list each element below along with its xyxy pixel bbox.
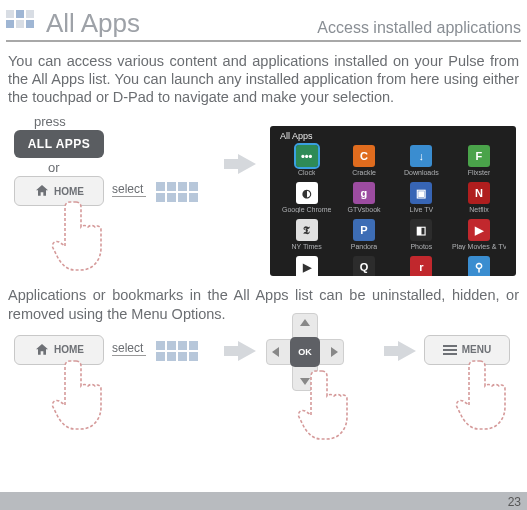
app-label: NY Times: [292, 243, 322, 250]
app-icon: ▶: [296, 256, 318, 276]
page-number: 23: [508, 495, 521, 509]
app-icon: ▣: [410, 182, 432, 204]
app-icon: ◧: [410, 219, 432, 241]
or-label: or: [48, 160, 60, 175]
home-button-label: HOME: [54, 344, 84, 355]
tv-app-item[interactable]: FFlixster: [452, 145, 506, 176]
menu-button-label: MENU: [462, 344, 491, 355]
app-icon: Q: [353, 256, 375, 276]
tv-app-item[interactable]: ▣Live TV: [395, 182, 448, 213]
tv-app-item[interactable]: 𝕿NY Times: [280, 219, 333, 250]
app-icon: g: [353, 182, 375, 204]
ok-button[interactable]: OK: [290, 337, 320, 367]
app-label: Live TV: [410, 206, 434, 213]
tv-app-item[interactable]: QQello: [337, 256, 390, 276]
app-icon: ▶: [468, 219, 490, 241]
press-label: press: [34, 114, 66, 129]
hand-pointer-icon: [454, 355, 514, 435]
tv-app-item[interactable]: ◧Photos: [395, 219, 448, 250]
app-label: Photos: [410, 243, 432, 250]
page-title: All Apps: [46, 8, 140, 39]
select-label: select: [112, 341, 146, 356]
hand-pointer-icon: [50, 196, 110, 276]
app-label: Play Movies & TV: [452, 243, 506, 250]
all-apps-button[interactable]: ALL APPS: [14, 130, 104, 158]
app-icon: N: [468, 182, 490, 204]
tv-apps-grid: •••ClockCCrackle↓DownloadsFFlixster◐Goog…: [270, 143, 516, 276]
grid-logo-icon: [6, 10, 40, 38]
page-subtitle: Access installed applications: [317, 19, 521, 37]
arrow-right-icon: [238, 341, 256, 361]
page-header: All Apps Access installed applications: [6, 6, 521, 42]
app-icon: •••: [296, 145, 318, 167]
app-icon: ↓: [410, 145, 432, 167]
tv-app-item[interactable]: rRedux TV: [395, 256, 448, 276]
tv-app-item[interactable]: ▶Play Store: [280, 256, 333, 276]
tv-app-item[interactable]: NNetflix: [452, 182, 506, 213]
dpad-up-icon[interactable]: [300, 319, 310, 326]
app-label: Clock: [298, 169, 316, 176]
app-label: Netflix: [469, 206, 488, 213]
home-icon: [34, 342, 50, 358]
app-label: Crackle: [352, 169, 376, 176]
tv-app-item[interactable]: gGTVsbook: [337, 182, 390, 213]
home-icon: [34, 183, 50, 199]
dpad-right-icon[interactable]: [331, 347, 338, 357]
app-label: Google Chrome: [282, 206, 331, 213]
menu-icon: [443, 345, 457, 355]
dpad-left-icon[interactable]: [272, 347, 279, 357]
arrow-right-icon: [238, 154, 256, 174]
menu-options-paragraph: Applications or bookmarks in the All App…: [8, 286, 519, 322]
app-icon: r: [410, 256, 432, 276]
tv-app-item[interactable]: ▶Play Movies & TV: [452, 219, 506, 250]
tv-app-item[interactable]: ⚲Search: [452, 256, 506, 276]
app-label: GTVsbook: [347, 206, 380, 213]
apps-grid-icon: [156, 182, 198, 202]
app-icon: ◐: [296, 182, 318, 204]
instruction-row-1: press ALL APPS or HOME select All Apps •…: [8, 114, 519, 286]
app-icon: ⚲: [468, 256, 490, 276]
hand-pointer-icon: [50, 355, 110, 435]
select-label: select: [112, 182, 146, 197]
footer-bar: 23: [0, 492, 527, 510]
app-icon: C: [353, 145, 375, 167]
tv-app-item[interactable]: CCrackle: [337, 145, 390, 176]
instruction-row-2: HOME select OK MENU: [8, 329, 519, 427]
tv-app-item[interactable]: ↓Downloads: [395, 145, 448, 176]
apps-grid-icon: [156, 341, 198, 361]
app-icon: P: [353, 219, 375, 241]
app-icon: 𝕿: [296, 219, 318, 241]
tv-header: All Apps: [270, 126, 516, 143]
tv-screen: All Apps •••ClockCCrackle↓DownloadsFFlix…: [270, 126, 516, 276]
tv-app-item[interactable]: ◐Google Chrome: [280, 182, 333, 213]
hand-pointer-icon: [296, 365, 356, 445]
tv-app-item[interactable]: •••Clock: [280, 145, 333, 176]
tv-app-item[interactable]: PPandora: [337, 219, 390, 250]
intro-paragraph: You can access various content and appli…: [8, 52, 519, 106]
arrow-right-icon: [398, 341, 416, 361]
all-apps-button-label: ALL APPS: [28, 137, 91, 151]
home-button-label: HOME: [54, 186, 84, 197]
app-label: Pandora: [351, 243, 377, 250]
app-icon: F: [468, 145, 490, 167]
app-label: Flixster: [468, 169, 491, 176]
app-label: Downloads: [404, 169, 439, 176]
